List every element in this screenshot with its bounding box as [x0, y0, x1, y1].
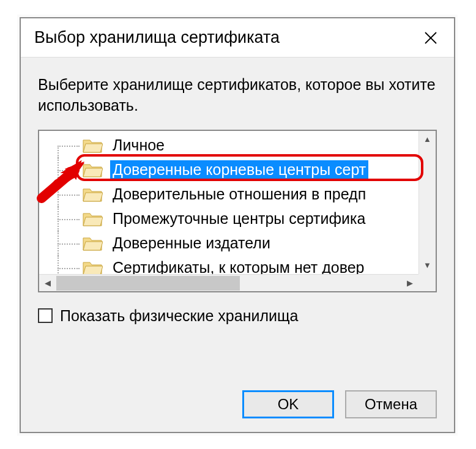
tree-item-label: Сертификаты, к которым нет довер — [110, 258, 367, 274]
certificate-store-tree[interactable]: Личное Доверенные корневые центры серт Д… — [38, 130, 437, 292]
instruction-text: Выберите хранилище сертификатов, которое… — [38, 75, 437, 116]
certificate-store-dialog: Выбор хранилища сертификата Выберите хра… — [20, 17, 455, 433]
folder-icon — [82, 211, 103, 227]
tree-item[interactable]: Доверительные отношения в предп — [39, 182, 418, 207]
dialog-title: Выбор хранилища сертификата — [34, 28, 280, 47]
close-icon — [423, 31, 438, 45]
show-physical-stores-label: Показать физические хранилища — [60, 307, 298, 325]
show-physical-stores-checkbox[interactable] — [38, 308, 53, 323]
tree-item[interactable]: Личное — [39, 133, 418, 158]
ok-button[interactable]: OK — [242, 390, 334, 418]
dialog-buttons: OK Отмена — [242, 390, 437, 418]
tree-item-label: Доверенные издатели — [110, 234, 273, 253]
tree-item[interactable]: Промежуточные центры сертифика — [39, 207, 418, 231]
horizontal-scroll-thumb[interactable] — [56, 276, 240, 291]
titlebar: Выбор хранилища сертификата — [21, 18, 454, 58]
scroll-down-icon[interactable]: ▼ — [419, 257, 436, 274]
tree-item[interactable]: Доверенные издатели — [39, 231, 418, 256]
scroll-right-icon[interactable]: ▶ — [401, 275, 418, 292]
dialog-content: Выберите хранилище сертификатов, которое… — [21, 58, 454, 325]
folder-icon — [82, 162, 103, 178]
horizontal-scrollbar[interactable]: ◀ ▶ — [39, 274, 436, 291]
cancel-button-label: Отмена — [365, 396, 417, 413]
tree-item-label: Промежуточные центры сертифика — [110, 209, 368, 228]
tree-item-label: Доверительные отношения в предп — [110, 185, 368, 204]
scroll-up-icon[interactable]: ▲ — [419, 131, 436, 148]
scroll-left-icon[interactable]: ◀ — [39, 275, 56, 292]
cancel-button[interactable]: Отмена — [345, 390, 437, 418]
show-physical-stores-row: Показать физические хранилища — [38, 307, 437, 325]
vertical-scrollbar[interactable]: ▲ ▼ — [418, 131, 436, 274]
folder-icon — [82, 260, 103, 274]
ok-button-label: OK — [278, 396, 299, 413]
tree-item[interactable]: Доверенные корневые центры серт — [39, 158, 418, 182]
folder-icon — [82, 187, 103, 202]
tree-item-label: Доверенные корневые центры серт — [110, 160, 368, 179]
tree-item[interactable]: Сертификаты, к которым нет довер — [39, 256, 418, 274]
folder-icon — [82, 236, 103, 251]
close-button[interactable] — [417, 24, 444, 51]
tree-item-label: Личное — [110, 136, 167, 155]
folder-icon — [82, 138, 103, 154]
